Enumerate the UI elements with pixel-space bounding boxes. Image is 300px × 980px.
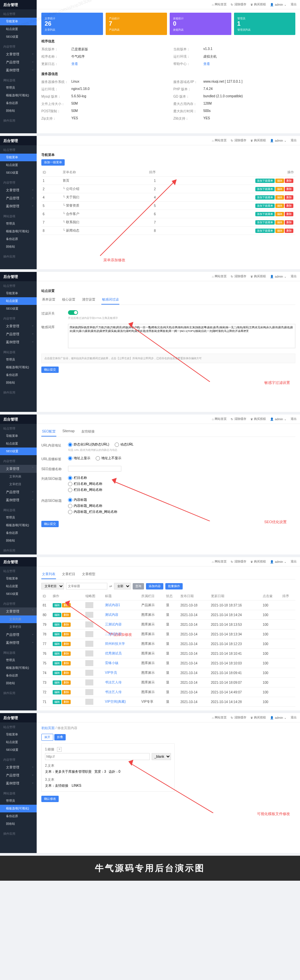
delete-button[interactable]: 删除 [62,700,71,704]
topbar-logout[interactable]: 退出 [290,2,297,7]
sidebar-item-case[interactable]: 案例管理⌄ [0,66,37,74]
sidebar-item-site[interactable]: 站点设置 [0,25,37,33]
tab-category[interactable]: 文章栏目 [61,570,76,579]
delete-button[interactable]: 删除 [62,622,71,627]
edit-button[interactable]: 编辑 [53,651,61,656]
sidebar-item-product[interactable]: 产品管理⌄ [0,58,37,66]
title-link[interactable]: VIP学员 [105,671,117,675]
topbar-auth[interactable]: ♛ 购买授权 [251,2,266,7]
add-sub-button[interactable]: 添加下级菜单 [255,212,274,216]
edit-button[interactable]: 编辑 [275,229,284,233]
collapse-button[interactable]: 折叠 [54,734,65,740]
sidebar-item-article-list[interactable]: 文章列表 [0,616,37,623]
title-link[interactable]: 郑州科技大学 [105,642,125,646]
target-select[interactable]: _blank [152,753,171,760]
category-select[interactable]: 文章栏目 [41,583,64,589]
tab-seo[interactable]: SEO配置 [41,427,56,436]
sidebar-item-recycle[interactable]: 回收站 [0,107,37,115]
delete-button[interactable]: 删除 [285,220,293,224]
expand-button[interactable]: 展开 [41,734,53,741]
tab-basic[interactable]: 基本设置 [41,295,56,305]
edit-button[interactable]: 编辑 [53,671,61,675]
url-static-radio[interactable] [68,442,72,447]
stat-card-article[interactable]: 文章统计26文章列表 [41,13,103,35]
sidebar-item-nav[interactable]: 导航菜单 [0,18,37,25]
edit-button[interactable]: 编辑 [275,187,284,191]
edit-button[interactable]: 编辑 [275,178,284,183]
title-link[interactable]: 书法艺人传 [105,681,122,684]
edit-button[interactable]: 编辑 [53,681,61,685]
filter-toggle[interactable] [68,310,78,315]
tab-sitemap[interactable]: Sitemap [62,427,75,436]
tab-list[interactable]: 文章列表 [41,570,56,579]
sidebar-item-template[interactable]: 模板选项(可视化) [0,92,37,99]
tab-model[interactable]: 文章模型 [81,570,96,579]
add-menu-button[interactable]: 添加一级菜单 [41,159,65,165]
edit-button[interactable]: 编辑 [275,195,284,200]
url-input[interactable] [45,753,150,760]
seo-suffix-input[interactable] [68,466,121,471]
sidebar-item-backup[interactable]: 备份还原 [0,99,37,107]
edit-button[interactable]: 编辑 [53,622,61,627]
stat-card-admin[interactable]: 管理员1管理员列表 [234,13,296,35]
topbar-user[interactable]: 👤 admin⌄ [270,3,287,6]
delete-button[interactable]: 删除 [285,195,293,200]
title-link[interactable]: 三测试内容 [105,622,122,626]
title-link[interactable]: 雷锋小镇 [105,661,118,665]
delete-button[interactable]: 删除 [62,661,71,665]
sidebar-item-site[interactable]: 站点设置 [0,297,37,305]
delete-button[interactable]: 删除 [62,613,71,617]
edit-button[interactable]: 编辑 [53,661,61,665]
title-link[interactable]: 二测试内容 [105,632,122,636]
view-link[interactable]: 查看 [203,62,210,66]
title-link[interactable]: 优秀测试员 [105,651,122,655]
edit-button[interactable]: 编辑 [53,642,61,646]
delete-button[interactable]: 删除 [285,178,293,183]
edit-button[interactable]: 编辑 [53,613,61,617]
add-sub-button[interactable]: 添加下级菜单 [255,229,274,233]
url-dynamic-radio[interactable] [115,442,119,447]
tab-links[interactable]: 友情链接 [81,427,95,436]
topbar-home[interactable]: ⌂ 网站首页 [212,2,227,7]
stat-card-product[interactable]: 产品统计7产品列表 [106,13,168,35]
status-select[interactable]: 全部 [114,583,131,589]
edit-button[interactable]: 编辑 [275,212,284,216]
sidebar-item-template[interactable]: 模板选项(可视化) [0,805,37,812]
submit-button[interactable]: 确认提交 [41,366,59,373]
delete-button[interactable]: 删除 [285,229,293,233]
tab-clear[interactable]: 清空设置 [81,295,96,305]
sidebar-item-seo[interactable]: SEO设置 [0,33,37,41]
delete-button[interactable]: 删除 [62,651,71,656]
tab-filter[interactable]: 敏感词过滤 [101,295,119,305]
edit-button[interactable]: 编辑 [53,632,61,636]
title-input[interactable] [66,583,107,589]
add-sub-button[interactable]: 添加下级菜单 [255,195,274,200]
add-button[interactable]: 添加内容 [146,583,163,589]
sidebar-item-article[interactable]: 文章管理⌄ [0,50,37,58]
title-link[interactable]: 测试内容 [105,613,118,616]
stat-card-links[interactable]: 友链统计0友链列表 [170,13,231,35]
delete-button[interactable]: 删除 [62,642,71,646]
search-button[interactable]: 查询 [132,583,144,589]
batch-button[interactable]: 批量操作 [165,583,183,589]
edit-button[interactable]: 编辑 [53,690,61,694]
submit-button[interactable]: 确认修改 [41,796,59,802]
topbar-cache[interactable]: ↻ 清除缓存 [231,2,246,7]
title-link[interactable]: 测试内容1 [105,603,120,607]
edit-button[interactable]: 编辑 [53,603,61,608]
title-link[interactable]: 书法艺人传 [105,690,122,694]
delete-button[interactable]: 删除 [285,187,293,191]
delete-button[interactable]: 删除 [62,681,71,685]
delete-button[interactable]: 删除 [62,690,71,694]
title-link[interactable]: VIP空间(典藏) [105,700,126,703]
add-sub-button[interactable]: 添加下级菜单 [255,220,274,224]
sidebar-item-nav[interactable]: 导航菜单 [0,154,37,161]
delete-button[interactable]: 删除 [62,671,71,675]
delete-button[interactable]: 删除 [285,204,293,208]
add-sub-button[interactable]: 添加下级菜单 [255,178,274,183]
words-textarea[interactable] [68,324,295,348]
delete-button[interactable]: 删除 [62,632,71,636]
sidebar-item-seo[interactable]: SEO设置 [0,447,37,455]
sidebar-item-admin[interactable]: 管理员 [0,84,37,92]
view-link[interactable]: 查看 [71,62,78,66]
